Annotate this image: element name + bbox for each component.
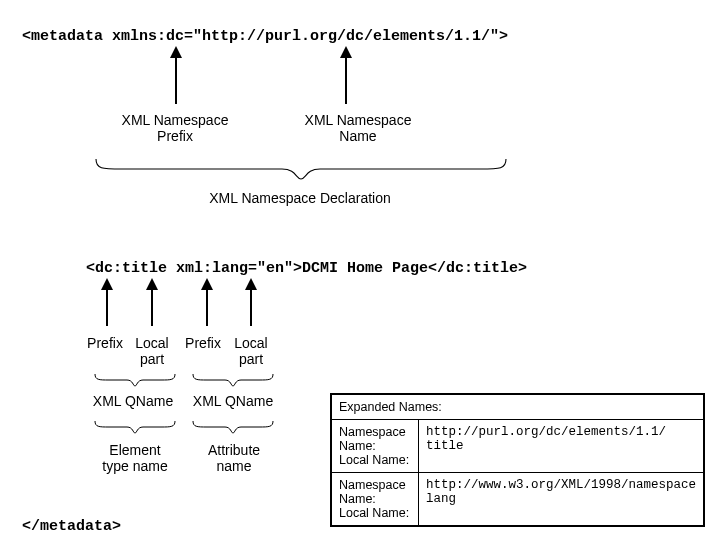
table-key-ns: Namespace Name:: [339, 425, 411, 453]
table-val-local-2: lang: [426, 492, 696, 506]
code-line-metadata-open: <metadata xmlns:dc="http://purl.org/dc/e…: [22, 28, 508, 45]
label-ns-name: XML NamespaceName: [298, 112, 418, 144]
label-attribute-name: Attributename: [192, 442, 276, 474]
table-val-local-1: title: [426, 439, 696, 453]
label-prefix-2: Prefix: [180, 335, 226, 351]
label-ns-declaration: XML Namespace Declaration: [170, 190, 430, 206]
code-line-dc-title: <dc:title xml:lang="en">DCMI Home Page</…: [86, 260, 527, 277]
brace-qname-2: [190, 371, 276, 389]
arrow-local-lang: [250, 288, 252, 326]
label-prefix-1: Prefix: [82, 335, 128, 351]
arrow-to-prefix: [175, 56, 177, 104]
brace-qname-1: [92, 371, 178, 389]
arrow-prefix-xml: [206, 288, 208, 326]
table-val-ns-1: http://purl.org/dc/elements/1.1/: [426, 425, 696, 439]
brace-element-name: [92, 418, 178, 436]
arrow-local-title: [151, 288, 153, 326]
label-qname-1: XML QName: [83, 393, 183, 409]
code-line-metadata-close: </metadata>: [22, 518, 121, 535]
label-local-2: Localpart: [228, 335, 274, 367]
label-qname-2: XML QName: [183, 393, 283, 409]
table-heading: Expanded Names:: [331, 394, 704, 420]
arrow-to-nsname: [345, 56, 347, 104]
expanded-names-table: Expanded Names: Namespace Name: Local Na…: [330, 393, 705, 527]
label-ns-prefix: XML NamespacePrefix: [115, 112, 235, 144]
brace-attribute-name: [190, 418, 276, 436]
table-key-ns: Namespace Name:: [339, 478, 411, 506]
table-val-ns-2: http://www.w3.org/XML/1998/namespace: [426, 478, 696, 492]
table-key-local: Local Name:: [339, 506, 411, 520]
table-row: Namespace Name: Local Name: http://www.w…: [331, 473, 704, 527]
table-key-local: Local Name:: [339, 453, 411, 467]
label-local-1: Localpart: [129, 335, 175, 367]
table-row: Namespace Name: Local Name: http://purl.…: [331, 420, 704, 473]
label-element-type: Elementtype name: [90, 442, 180, 474]
brace-ns-declaration: [92, 155, 510, 183]
arrow-prefix-dc: [106, 288, 108, 326]
